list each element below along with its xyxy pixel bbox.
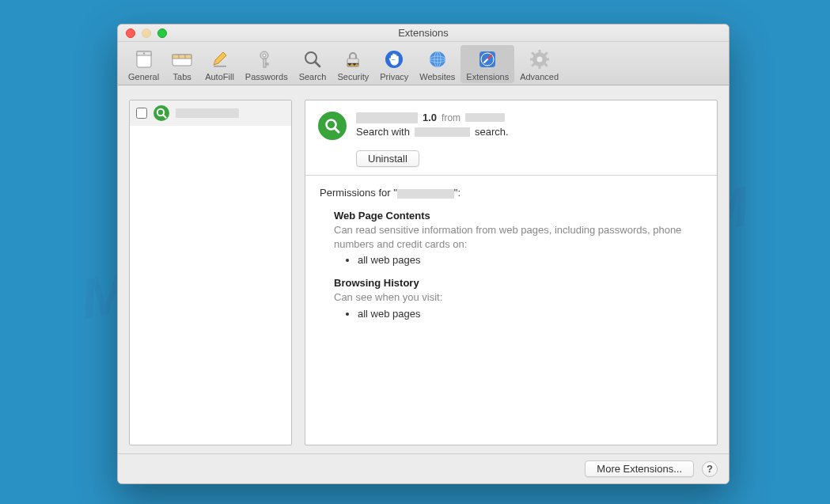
extension-name-redacted — [356, 112, 418, 123]
permissions-title-prefix: Permissions for " — [320, 187, 397, 199]
svg-rect-9 — [214, 66, 226, 67]
svg-line-15 — [315, 62, 320, 66]
help-button[interactable]: ? — [702, 461, 718, 477]
extension-list-item[interactable] — [130, 100, 291, 126]
prefs-toolbar: General Tabs AutoFill Passwords Search — [118, 42, 729, 85]
extension-detail-panel: 1.0 from Search with search. Uninstall — [305, 100, 718, 445]
zoom-icon[interactable] — [157, 28, 167, 38]
window-footer: More Extensions... ? — [118, 453, 729, 483]
window-controls — [118, 28, 167, 38]
more-extensions-button[interactable]: More Extensions... — [585, 460, 694, 477]
svg-rect-33 — [538, 65, 540, 69]
permission-list: all web pages — [358, 254, 703, 266]
from-label: from — [442, 112, 460, 123]
tabs-icon — [170, 47, 194, 71]
detail-header: 1.0 from Search with search. Uninstall — [305, 100, 717, 175]
tab-label: Search — [299, 72, 327, 81]
tab-label: Websites — [419, 72, 455, 81]
permission-item: all web pages — [358, 254, 703, 266]
permissions-name-redacted — [397, 189, 454, 199]
permission-heading: Web Page Contents — [334, 210, 703, 222]
permissions-title-suffix: ": — [454, 187, 460, 199]
tab-label: General — [128, 72, 159, 81]
window-title: Extensions — [118, 27, 729, 39]
svg-rect-4 — [172, 55, 191, 59]
extension-version: 1.0 — [423, 112, 437, 123]
general-icon — [132, 47, 156, 71]
uninstall-button[interactable]: Uninstall — [356, 150, 419, 167]
search-icon — [301, 47, 324, 71]
lock-icon — [341, 47, 365, 71]
svg-rect-32 — [538, 50, 540, 54]
svg-point-2 — [143, 53, 145, 55]
extension-enable-checkbox[interactable] — [136, 108, 147, 119]
permission-description: Can read sensitive information from web … — [334, 223, 703, 251]
description-suffix: search. — [475, 126, 509, 138]
tab-label: Extensions — [466, 72, 509, 81]
tab-security[interactable]: Security — [332, 45, 374, 83]
tab-general[interactable]: General — [123, 45, 165, 83]
description-prefix: Search with — [356, 126, 410, 138]
extensions-sidebar — [129, 100, 292, 445]
permission-list: all web pages — [358, 308, 703, 320]
globe-icon — [426, 47, 449, 71]
svg-rect-34 — [530, 59, 534, 61]
tab-label: Security — [337, 72, 369, 81]
svg-point-11 — [263, 54, 266, 57]
permissions-section: Permissions for "": Web Page Contents Ca… — [305, 176, 717, 342]
tab-label: Passwords — [245, 72, 288, 81]
extension-meta: 1.0 from Search with search. Uninstall — [356, 112, 704, 167]
tab-privacy[interactable]: Privacy — [374, 45, 414, 83]
minimize-icon — [142, 28, 151, 38]
close-icon[interactable] — [126, 28, 135, 38]
tab-label: Tabs — [173, 72, 191, 81]
permission-group-history: Browsing History Can see when you visit:… — [334, 277, 703, 320]
titlebar: Extensions — [118, 25, 729, 42]
permission-description: Can see when you visit: — [334, 290, 703, 305]
svg-point-31 — [536, 57, 542, 63]
svg-rect-35 — [545, 59, 549, 61]
extension-name-redacted — [176, 108, 239, 118]
extension-author-redacted — [465, 113, 505, 122]
tab-label: Advanced — [520, 72, 559, 81]
permission-item: all web pages — [358, 308, 703, 320]
svg-rect-13 — [266, 63, 268, 65]
preferences-window: Extensions General Tabs AutoFill Passwo — [117, 24, 730, 484]
tab-search[interactable]: Search — [294, 45, 332, 83]
tab-websites[interactable]: Websites — [414, 45, 460, 83]
tab-passwords[interactable]: Passwords — [240, 45, 294, 83]
extension-icon — [318, 112, 347, 140]
content-area: 1.0 from Search with search. Uninstall — [118, 85, 729, 453]
tab-label: Privacy — [380, 72, 408, 81]
tab-advanced[interactable]: Advanced — [514, 45, 564, 83]
tab-autofill[interactable]: AutoFill — [199, 45, 240, 83]
svg-point-40 — [153, 105, 169, 121]
gear-icon — [528, 47, 551, 71]
description-name-redacted — [415, 127, 470, 137]
key-icon — [255, 47, 279, 71]
tab-tabs[interactable]: Tabs — [165, 45, 199, 83]
hand-icon — [382, 47, 406, 71]
permission-group-contents: Web Page Contents Can read sensitive inf… — [334, 210, 703, 266]
svg-line-44 — [335, 128, 339, 132]
pencil-icon — [207, 47, 231, 71]
tab-label: AutoFill — [205, 72, 234, 81]
tab-extensions[interactable]: Extensions — [460, 45, 514, 83]
permissions-title: Permissions for "": — [320, 187, 703, 199]
permission-heading: Browsing History — [334, 277, 703, 289]
extensions-icon — [476, 47, 499, 71]
search-icon — [153, 105, 169, 121]
